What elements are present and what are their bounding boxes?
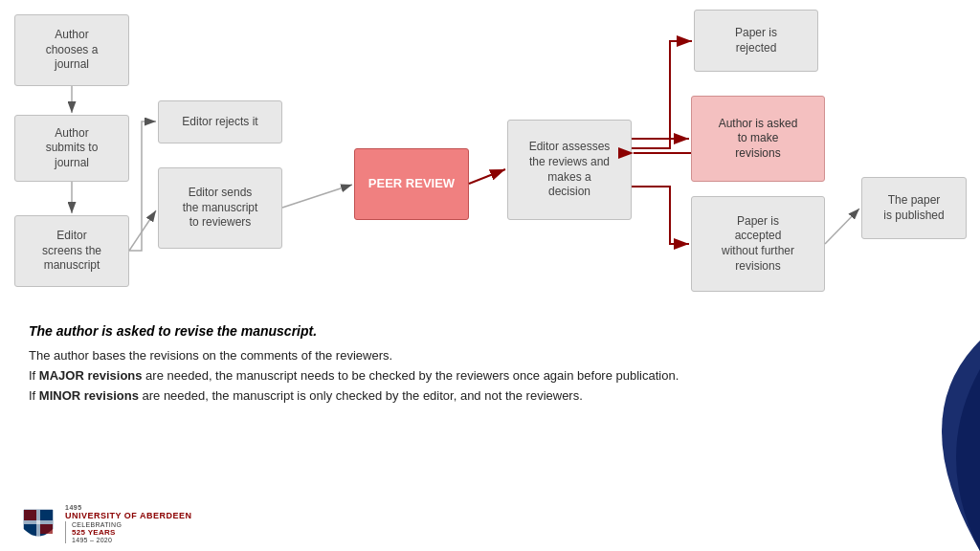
svg-rect-13 — [24, 520, 53, 524]
university-text: 1495 UNIVERSITY OF ABERDEEN CELEBRATING … — [65, 504, 192, 543]
line2-post: are needed, the manuscript needs to be c… — [143, 368, 679, 383]
body-text: The author bases the revisions on the co… — [29, 346, 951, 406]
flow-box-editor-screens: Editor screens the manuscript — [14, 215, 129, 287]
year-label: 1495 — [65, 504, 192, 511]
flow-box-editor-rejects: Editor rejects it — [158, 100, 282, 143]
flow-box-editor-assesses: Editor assesses the reviews and makes a … — [507, 120, 632, 220]
flow-diagram: Author chooses a journalAuthor submits t… — [0, 0, 980, 306]
heading: The author is asked to revise the manusc… — [29, 323, 951, 339]
university-shield-icon — [19, 505, 57, 543]
line3-pre: If — [29, 388, 39, 403]
date-range-label: 1495 – 2020 — [72, 537, 122, 543]
line2-pre: If — [29, 368, 39, 383]
celebrating-label: CELEBRATING — [72, 521, 122, 528]
flow-box-editor-sends: Editor sends the manuscript to reviewers — [158, 167, 282, 249]
svg-rect-14 — [24, 510, 36, 520]
university-name: UNIVERSITY OF ABERDEEN — [65, 511, 192, 520]
flow-box-paper-rejected: Paper is rejected — [694, 10, 818, 72]
flow-box-author-revisions: Author is asked to make revisions — [691, 96, 825, 182]
text-area: The author is asked to revise the manusc… — [0, 306, 980, 415]
footer: 1495 UNIVERSITY OF ABERDEEN CELEBRATING … — [19, 504, 192, 543]
flow-box-author-chooses: Author chooses a journal — [14, 14, 129, 86]
flow-box-paper-accepted: Paper is accepted without further revisi… — [691, 196, 825, 292]
years-label: 525 YEARS — [72, 528, 122, 537]
line3-post: are needed, the manuscript is only check… — [139, 388, 583, 403]
flow-box-author-submits: Author submits to journal — [14, 115, 129, 182]
flow-box-paper-published: The paper is published — [861, 177, 967, 239]
flow-box-peer-review: PEER REVIEW — [354, 148, 469, 220]
line2-bold: MAJOR revisions — [39, 368, 143, 383]
line1: The author bases the revisions on the co… — [29, 348, 392, 363]
line3-bold: MINOR revisions — [39, 388, 139, 403]
svg-rect-15 — [40, 524, 53, 534]
